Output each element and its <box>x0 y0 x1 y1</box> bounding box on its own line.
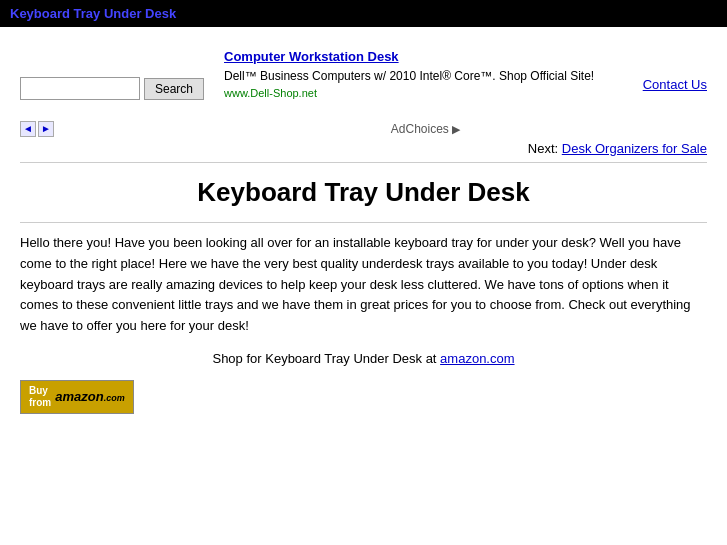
amazon-logo: amazon.com <box>55 389 124 404</box>
next-arrow-button[interactable]: ► <box>38 121 54 137</box>
contact-us-link[interactable]: Contact Us <box>643 77 707 92</box>
body-text: Hello there you! Have you been looking a… <box>20 233 707 337</box>
next-row: Next: Desk Organizers for Sale <box>20 141 707 156</box>
ad-search-row: Search Computer Workstation Desk Dell™ B… <box>20 47 707 101</box>
ad-display-url: www.Dell-Shop.net <box>224 85 623 102</box>
search-input[interactable] <box>20 77 140 100</box>
adchoices-row: ◄ ► AdChoices ▶ <box>20 121 707 137</box>
next-label: Next: <box>528 141 558 156</box>
ad-description: Dell™ Business Computers w/ 2010 Intel® … <box>224 67 623 85</box>
top-bar: Keyboard Tray Under Desk <box>0 0 727 27</box>
amazon-dot-com: .com <box>104 393 125 403</box>
adchoices-arrow-icon: ▶ <box>452 123 460 135</box>
buy-from-text: Buyfrom <box>29 385 51 409</box>
shop-line: Shop for Keyboard Tray Under Desk at ama… <box>20 351 707 366</box>
shop-prefix: Shop for Keyboard Tray Under Desk at <box>212 351 436 366</box>
main-content: Search Computer Workstation Desk Dell™ B… <box>0 27 727 424</box>
ad-block: Computer Workstation Desk Dell™ Business… <box>224 47 623 101</box>
top-bar-title: Keyboard Tray Under Desk <box>10 6 176 21</box>
ad-title-link[interactable]: Computer Workstation Desk <box>224 49 399 64</box>
adchoices-label: AdChoices ▶ <box>144 122 707 136</box>
amazon-buy-inner: Buyfrom amazon.com <box>29 385 125 409</box>
search-area: Search <box>20 77 204 100</box>
search-button[interactable]: Search <box>144 78 204 100</box>
amazon-buy-button[interactable]: Buyfrom amazon.com <box>20 380 134 414</box>
page-title: Keyboard Tray Under Desk <box>20 177 707 208</box>
amazon-link[interactable]: amazon.com <box>440 351 514 366</box>
divider-bottom <box>20 222 707 223</box>
divider-top <box>20 162 707 163</box>
next-page-link[interactable]: Desk Organizers for Sale <box>562 141 707 156</box>
nav-arrows: ◄ ► <box>20 121 54 137</box>
prev-arrow-button[interactable]: ◄ <box>20 121 36 137</box>
